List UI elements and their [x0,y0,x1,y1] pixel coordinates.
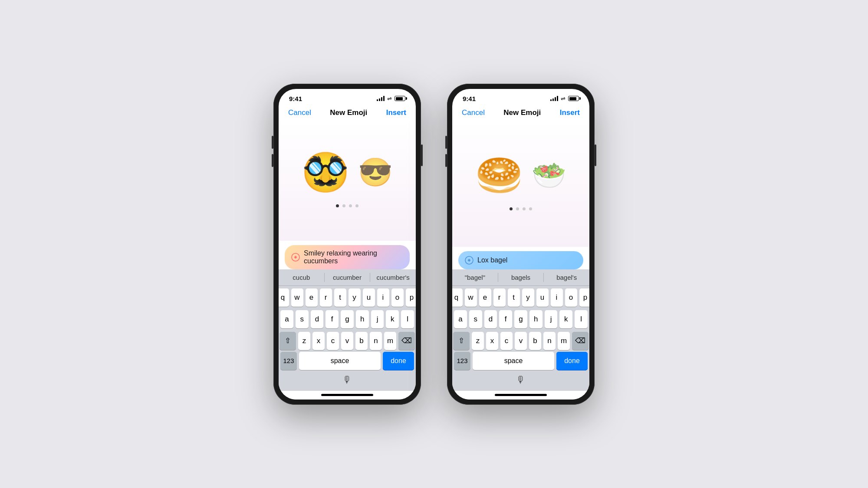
key2-j[interactable]: j [545,310,558,328]
key-c[interactable]: c [327,332,339,350]
search-text-1[interactable]: Smiley relaxing wearing cucumbers [304,249,404,265]
key2-k[interactable]: k [559,310,572,328]
phone-1: 9:41 ⇌ Cancel New Emoji Insert [273,84,421,405]
key-u[interactable]: u [363,288,375,307]
key2-c[interactable]: c [500,332,513,350]
key-x[interactable]: x [312,332,325,350]
key2-r[interactable]: r [493,288,506,307]
search-container-1: Smiley relaxing wearing cucumbers [279,241,416,269]
key2-m[interactable]: m [558,332,570,350]
key-f[interactable]: f [326,310,339,328]
key-m[interactable]: m [384,332,396,350]
key-h[interactable]: h [356,310,369,328]
autocomplete-1-1[interactable]: cucub [279,273,325,282]
bottom-bar-2: 123 space done [452,351,589,372]
power-button[interactable] [421,144,423,166]
emoji-main-1: 🥸 [302,153,349,191]
key2-z[interactable]: z [472,332,484,350]
key-l[interactable]: l [401,310,414,328]
key2-d[interactable]: d [484,310,497,328]
key-k[interactable]: k [386,310,399,328]
autocomplete-1-3[interactable]: cucumber's [370,273,416,282]
wifi-icon-2: ⇌ [561,95,566,102]
autocomplete-2-3[interactable]: bagel's [544,273,589,282]
key-g[interactable]: g [341,310,354,328]
keyboard-1: cucub cucumber cucumber's q w e r t y u … [279,269,416,391]
key2-i[interactable]: i [551,288,563,307]
volume-down-button-2[interactable] [445,154,447,167]
cancel-button-2[interactable]: Cancel [462,108,485,117]
num-key-2[interactable]: 123 [454,352,470,370]
shift-key-1[interactable]: ⇧ [279,332,296,350]
key-t[interactable]: t [334,288,346,307]
space-key-1[interactable]: space [299,352,381,370]
autocomplete-2-1[interactable]: "bagel" [452,273,498,282]
key2-v[interactable]: v [515,332,527,350]
key-a[interactable]: a [280,310,293,328]
key2-q[interactable]: q [452,288,463,307]
key2-t[interactable]: t [508,288,520,307]
done-key-1[interactable]: done [383,352,414,370]
key-o[interactable]: o [391,288,404,307]
delete-key-2[interactable]: ⌫ [572,332,589,350]
nav-bar-2: Cancel New Emoji Insert [452,105,589,120]
svg-point-1 [295,256,296,258]
mic-icon-2[interactable]: 🎙 [516,374,526,386]
key-w[interactable]: w [291,288,303,307]
key2-e[interactable]: e [479,288,491,307]
num-key-1[interactable]: 123 [280,352,297,370]
key-n[interactable]: n [370,332,382,350]
key2-u[interactable]: u [536,288,549,307]
done-key-2[interactable]: done [556,352,588,370]
key2-l[interactable]: l [575,310,588,328]
key2-s[interactable]: s [469,310,482,328]
autocomplete-1-2[interactable]: cucumber [325,273,371,282]
cancel-button-1[interactable]: Cancel [288,108,311,117]
key-b[interactable]: b [355,332,368,350]
key2-o[interactable]: o [565,288,577,307]
shift-key-2[interactable]: ⇧ [453,332,470,350]
volume-down-button[interactable] [272,154,273,167]
mic-bar-2: 🎙 [452,372,589,389]
power-button-2[interactable] [595,144,596,166]
key-row-2-3: ⇧ z x c v b n m ⌫ [454,332,588,350]
key-row-2-1: q w e r t y u i o p [454,288,588,307]
search-text-2[interactable]: Lox bagel [477,256,577,264]
mic-icon-1[interactable]: 🎙 [342,374,352,386]
search-container-2: Lox bagel [452,247,589,269]
key-z[interactable]: z [298,332,310,350]
key-q[interactable]: q [279,288,289,307]
delete-key-1[interactable]: ⌫ [398,332,415,350]
key2-n[interactable]: n [543,332,556,350]
ai-icon-2 [464,255,474,265]
key2-g[interactable]: g [514,310,527,328]
key-p[interactable]: p [406,288,416,307]
key2-w[interactable]: w [465,288,477,307]
volume-up-button[interactable] [272,136,273,149]
key2-a[interactable]: a [454,310,467,328]
key-y[interactable]: y [349,288,361,307]
key2-h[interactable]: h [529,310,542,328]
autocomplete-2-2[interactable]: bagels [498,273,544,282]
key2-x[interactable]: x [486,332,498,350]
key2-f[interactable]: f [499,310,512,328]
key-e[interactable]: e [306,288,318,307]
search-input-box-1[interactable]: Smiley relaxing wearing cucumbers [285,245,410,269]
key-r[interactable]: r [320,288,332,307]
home-bar-1 [321,394,373,396]
key-d[interactable]: d [311,310,324,328]
key2-p[interactable]: p [579,288,590,307]
key2-b[interactable]: b [529,332,541,350]
key2-y[interactable]: y [522,288,534,307]
space-key-2[interactable]: space [473,352,554,370]
volume-up-button-2[interactable] [445,136,447,149]
key-s[interactable]: s [296,310,309,328]
wifi-icon-1: ⇌ [387,95,392,102]
key-j[interactable]: j [371,310,384,328]
search-input-box-2[interactable]: Lox bagel [458,251,583,269]
insert-button-1[interactable]: Insert [386,108,406,117]
insert-button-2[interactable]: Insert [560,108,580,117]
key-v[interactable]: v [341,332,353,350]
key-i[interactable]: i [377,288,389,307]
home-indicator-1 [279,391,416,400]
